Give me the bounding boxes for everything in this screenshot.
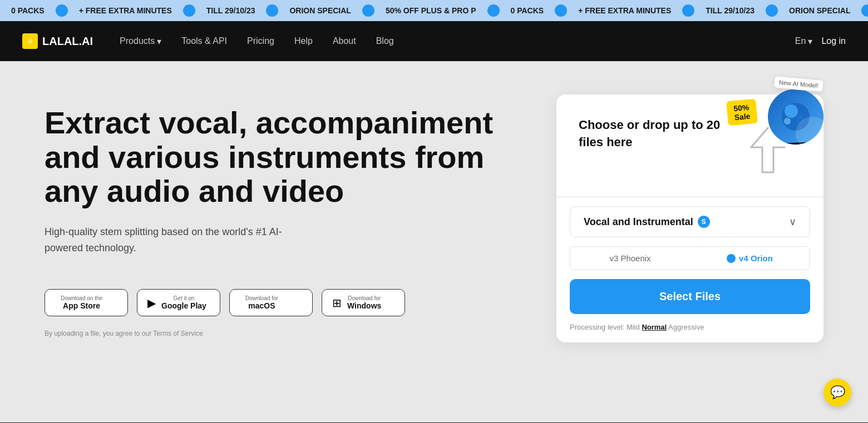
nav-right: En ▾ Log in: [795, 36, 846, 47]
chevron-down-icon: ▾: [157, 36, 161, 47]
svg-point-1: [785, 104, 798, 118]
app-store-button[interactable]: Download on the App Store: [45, 289, 128, 316]
announcement-text-1: 0 PACKS: [11, 6, 45, 15]
announcement-text-repeat: 0 PACKS: [511, 6, 544, 15]
select-files-button[interactable]: Select Files: [570, 279, 810, 314]
orion-circle: v4 Orion: [768, 89, 823, 145]
selector-text: Vocal and Instrumental: [584, 216, 693, 228]
globe-icon-9: [861, 4, 868, 17]
language-selector[interactable]: En ▾: [795, 36, 813, 47]
orion-decoration: 50% Sale New AI Model! v4 Orion: [746, 83, 835, 172]
version-tab-v3[interactable]: v3 Phoenix: [570, 247, 690, 270]
sale-badge: 50% Sale: [726, 99, 757, 126]
stem-selector[interactable]: Vocal and Instrumental S ∨: [570, 206, 810, 237]
chat-button[interactable]: 💬: [823, 379, 851, 406]
new-ai-badge: New AI Model!: [773, 76, 824, 92]
svg-point-3: [784, 118, 791, 125]
announcement-text-3: TILL 29/10/23: [206, 6, 255, 15]
globe-icon: [727, 254, 736, 263]
nav-help[interactable]: Help: [285, 32, 322, 51]
logo-text: LALAL.AI: [42, 35, 93, 48]
version-tabs: v3 Phoenix v4 Orion: [570, 246, 810, 270]
terms-text: By uploading a file, you agree to our Te…: [45, 330, 523, 337]
globe-icon-3: [266, 4, 278, 17]
chat-icon: 💬: [830, 385, 845, 400]
play-icon: ▶: [147, 296, 156, 310]
logo-icon: ≡: [22, 33, 38, 49]
logo[interactable]: ≡ LALAL.AI: [22, 33, 93, 49]
main-content: Extract vocal, accompaniment and various…: [0, 61, 868, 422]
announcement-text-2: + FREE EXTRA MINUTES: [79, 6, 172, 15]
upload-widget: 50% Sale New AI Model! v4 Orion Choose o…: [556, 94, 823, 389]
selector-badge-icon: S: [698, 216, 710, 228]
announcement-text-4: ORION SPECIAL: [289, 6, 351, 15]
hero-subtitle: High-quality stem splitting based on the…: [45, 224, 312, 256]
login-button[interactable]: Log in: [821, 36, 846, 46]
nav-about[interactable]: About: [324, 32, 365, 51]
processing-level: Processing level: Mild Normal Aggressive: [556, 323, 823, 342]
nav-links: Products ▾ Tools & API Pricing Help Abou…: [111, 32, 795, 51]
nav-blog[interactable]: Blog: [367, 32, 403, 51]
v4-label: v4 Orion: [775, 142, 807, 145]
nav-tools-api[interactable]: Tools & API: [172, 32, 236, 51]
version-tab-v4[interactable]: v4 Orion: [690, 247, 810, 270]
chevron-down-icon: ∨: [789, 216, 796, 228]
globe-icon-6: [555, 4, 567, 17]
nav-pricing[interactable]: Pricing: [238, 32, 283, 51]
svg-point-2: [796, 115, 805, 124]
hero-section: Extract vocal, accompaniment and various…: [45, 94, 523, 389]
globe-icon-7: [682, 4, 694, 17]
globe-icon-1: [56, 4, 68, 17]
ticker: 0 PACKS + FREE EXTRA MINUTES TILL 29/10/…: [0, 4, 868, 17]
windows-button[interactable]: ⊞ Download for Windows: [322, 289, 405, 316]
globe-icon-2: [183, 4, 195, 17]
globe-icon-4: [362, 4, 374, 17]
processing-normal[interactable]: Normal: [642, 323, 667, 331]
processing-aggressive[interactable]: Aggressive: [668, 323, 704, 331]
globe-icon-5: [487, 4, 500, 17]
orion-sphere-icon: [779, 100, 812, 133]
macos-button[interactable]: Download for macOS: [229, 289, 313, 316]
drop-text: Choose or drop up to 20 files here: [579, 117, 723, 151]
hero-title: Extract vocal, accompaniment and various…: [45, 106, 523, 208]
divider: [556, 197, 823, 197]
google-play-button[interactable]: ▶ Get it on Google Play: [137, 289, 220, 316]
processing-mild[interactable]: Mild: [627, 323, 640, 331]
navbar: ≡ LALAL.AI Products ▾ Tools & API Pricin…: [0, 21, 868, 61]
announcement-bar: 0 PACKS + FREE EXTRA MINUTES TILL 29/10/…: [0, 0, 868, 21]
announcement-text-5: 50% OFF PLUS & PRO P: [386, 6, 476, 15]
download-buttons: Download on the App Store ▶ Get it on Go…: [45, 289, 523, 316]
windows-icon: ⊞: [332, 296, 342, 310]
nav-products[interactable]: Products ▾: [111, 32, 170, 51]
chevron-down-icon: ▾: [808, 36, 812, 47]
globe-icon-8: [766, 4, 778, 17]
